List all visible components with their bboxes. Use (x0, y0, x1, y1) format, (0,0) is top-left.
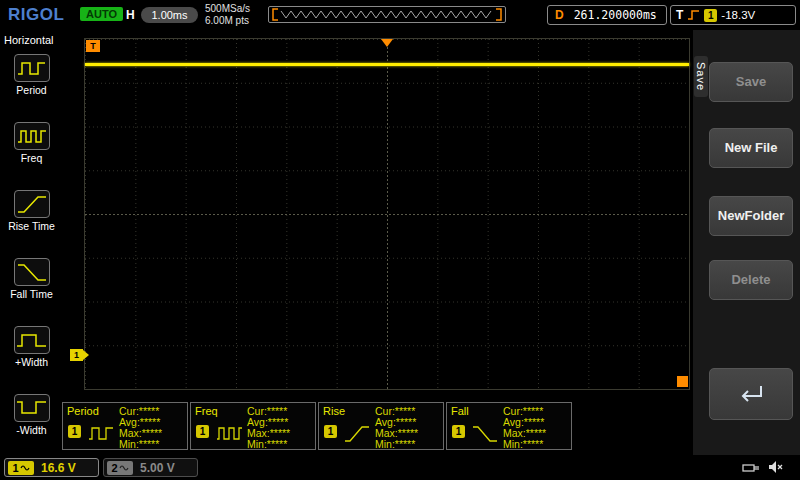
oscilloscope-graticule: T 1 (84, 38, 690, 390)
overview-wave-icon (269, 7, 505, 22)
top-status-bar: RIGOL AUTO H 1.00ms 500MSa/s 6.00M pts D… (0, 0, 800, 30)
freq-icon (14, 122, 50, 150)
menu-item-fall-time[interactable]: Fall Time (0, 258, 63, 300)
minus-width-icon (14, 394, 50, 422)
save-menu-sidebar: Save Save New File NewFolder Delete (693, 30, 800, 455)
channel1-trace (85, 63, 689, 66)
menu-item-plus-width[interactable]: +Width (0, 326, 63, 368)
channel1-badge: 1 (8, 461, 34, 475)
rigol-logo: RIGOL (8, 5, 64, 25)
channel1-badge: 1 (196, 425, 209, 438)
measurement-freq[interactable]: Freq 1 Cur:***** Avg:***** Max:***** Min… (190, 402, 316, 450)
channel2-badge: 2 (107, 461, 133, 475)
measurement-rise[interactable]: Rise 1 Cur:***** Avg:***** Max:***** Min… (318, 402, 444, 450)
period-wave-icon (87, 421, 115, 445)
delay-label: D (555, 8, 564, 22)
delay-readout-box: D 261.200000ms (547, 5, 667, 25)
acquisition-readout: 500MSa/s 6.00M pts (205, 3, 250, 27)
timebase-readout: 1.00ms (141, 7, 198, 23)
rise-time-icon (14, 190, 50, 218)
channel1-scale: 16.6 V (41, 461, 76, 475)
trigger-level-value: -18.3V (721, 9, 755, 21)
channel1-status[interactable]: 1 16.6 V (4, 458, 99, 477)
measurement-period[interactable]: Period 1 Cur:***** Avg:***** Max:***** M… (62, 402, 188, 450)
wave-glyph-icon (119, 464, 129, 472)
channel1-badge: 1 (324, 425, 337, 438)
fall-wave-icon (471, 421, 499, 445)
channel1-badge: 1 (452, 425, 465, 438)
freq-wave-icon (215, 421, 243, 445)
trigger-position-marker[interactable] (381, 39, 393, 47)
run-status-badge[interactable]: AUTO (80, 7, 123, 21)
measure-menu-sidebar: Horizontal Period Freq Rise Time Fall Ti… (0, 30, 63, 455)
channel1-badge: 1 (68, 425, 81, 438)
horizontal-label: H (126, 8, 135, 22)
channel-status-bar: 1 16.6 V 2 5.00 V (0, 455, 800, 480)
fall-time-icon (14, 258, 50, 286)
delete-button[interactable]: Delete (709, 260, 793, 300)
wave-glyph-icon (20, 464, 30, 472)
menu-item-rise-time[interactable]: Rise Time (0, 190, 63, 232)
delay-edge-marker (677, 376, 688, 387)
back-button[interactable] (709, 368, 793, 420)
new-folder-button[interactable]: NewFolder (709, 196, 793, 236)
menu-item-minus-width[interactable]: -Width (0, 394, 63, 436)
trigger-label: T (676, 8, 683, 22)
grid-lines (85, 39, 689, 389)
return-arrow-icon (734, 382, 768, 406)
menu-item-freq[interactable]: Freq (0, 122, 63, 164)
save-button[interactable]: Save (709, 62, 793, 102)
trigger-readout-box: T 1 -18.3V (670, 5, 796, 25)
rise-wave-icon (343, 421, 371, 445)
trigger-source-badge: 1 (704, 9, 717, 22)
delay-value: 261.200000ms (574, 8, 657, 22)
channel2-status[interactable]: 2 5.00 V (103, 458, 198, 477)
sample-rate: 500MSa/s (205, 3, 250, 15)
period-icon (14, 54, 50, 82)
waveform-overview-strip[interactable] (268, 6, 506, 23)
menu-item-period[interactable]: Period (0, 54, 63, 96)
save-menu-tab: Save (694, 56, 708, 97)
measurement-strip: Period 1 Cur:***** Avg:***** Max:***** M… (62, 402, 572, 450)
channel2-scale: 5.00 V (140, 461, 175, 475)
new-file-button[interactable]: New File (709, 128, 793, 168)
trigger-slope-icon (687, 9, 700, 21)
usb-plug-icon (742, 462, 764, 474)
speaker-icon[interactable] (768, 460, 786, 475)
channel1-level-marker[interactable]: 1 (70, 349, 83, 361)
measure-menu-title: Horizontal (4, 34, 54, 46)
memory-depth: 6.00M pts (205, 15, 250, 27)
measurement-fall[interactable]: Fall 1 Cur:***** Avg:***** Max:***** Min… (446, 402, 572, 450)
trigger-corner-tag[interactable]: T (86, 40, 100, 52)
plus-width-icon (14, 326, 50, 354)
